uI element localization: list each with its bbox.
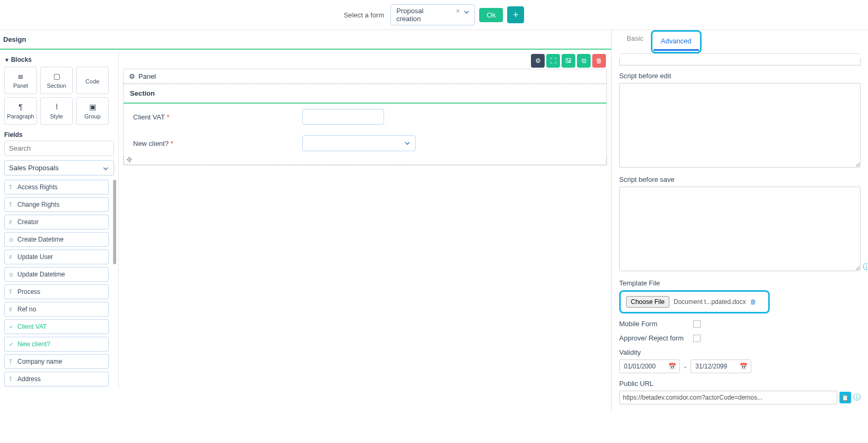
field-item-label: Update Datetime [17, 271, 65, 278]
template-file-box: Choose File Document t...pdated.docx 🗑 [619, 290, 770, 313]
date-to-input[interactable]: 31/12/2099 📅 [690, 359, 751, 373]
delete-button[interactable]: 🗑 [592, 54, 606, 68]
field-item[interactable]: ⊙Update Datetime [4, 267, 109, 282]
field-type-icon: T [9, 359, 14, 365]
search-input[interactable] [4, 141, 114, 156]
copy-url-button[interactable]: 📋 [839, 392, 851, 403]
copy-button[interactable]: ⧉ [577, 54, 591, 68]
mobile-form-label: Mobile Form [619, 320, 688, 328]
canvas-actions: ⚙ ⛶ 🖫 ⧉ 🗑 [531, 54, 606, 68]
field-type-icon: ⊙ [9, 272, 14, 278]
textarea-remnant[interactable] [619, 58, 861, 66]
drop-zone[interactable]: ✥ [124, 156, 606, 165]
delete-file-icon[interactable]: 🗑 [750, 298, 757, 306]
date-from-value: 01/01/2000 [624, 363, 656, 370]
field-item[interactable]: TChange Rights [4, 197, 109, 212]
block-tile-style[interactable]: ⌇Style [40, 97, 73, 125]
calendar-icon[interactable]: 📅 [740, 363, 748, 370]
block-tile-label: Group [85, 113, 101, 119]
field-item[interactable]: ✓Client VAT [4, 319, 109, 334]
field-item[interactable]: TAccess Rights [4, 180, 109, 195]
right-panel: Basic Advanced Script before edit Script… [612, 30, 868, 412]
script-before-edit-label: Script before edit [619, 72, 861, 80]
chevron-down-icon [103, 165, 108, 173]
field-item-label: Creator [17, 218, 39, 226]
design-body: Blocks ≣Panel▢SectionCode¶Paragraph⌇Styl… [0, 50, 611, 390]
date-separator: - [684, 363, 686, 371]
calendar-icon[interactable]: 📅 [668, 363, 676, 370]
tab-advanced[interactable]: Advanced [654, 33, 699, 51]
date-from-input[interactable]: 01/01/2000 📅 [619, 359, 680, 373]
block-grid: ≣Panel▢SectionCode¶Paragraph⌇Style▣Group [4, 67, 114, 125]
field-type-icon: # [9, 219, 14, 225]
script-before-save-input[interactable] [619, 187, 861, 271]
field-label: New client? * [133, 140, 292, 147]
form-field-row[interactable]: New client? * [124, 130, 606, 156]
panel-block[interactable]: ⚙ Panel Section Client VAT *New client? … [123, 69, 607, 165]
save-button[interactable]: 🖫 [562, 54, 575, 68]
dropdown-input[interactable] [302, 135, 416, 151]
approve-reject-checkbox[interactable] [693, 335, 701, 342]
validity-dates: 01/01/2000 📅 - 31/12/2099 📅 [619, 359, 861, 373]
field-item[interactable]: ⊙Create Datetime [4, 232, 109, 247]
add-form-button[interactable]: + [507, 6, 524, 23]
main: Design Blocks ≣Panel▢SectionCode¶Paragra… [0, 30, 868, 412]
mobile-form-row: Mobile Form [619, 320, 861, 328]
field-item[interactable]: TProcess [4, 284, 109, 299]
design-title: Design [0, 30, 611, 50]
section-header[interactable]: Section [124, 84, 606, 104]
script-before-edit-input[interactable] [619, 83, 861, 168]
blocks-title[interactable]: Blocks [4, 53, 114, 67]
field-item-label: Process [17, 288, 40, 296]
field-item[interactable]: #Creator [4, 215, 109, 229]
ok-button[interactable]: Ok [479, 8, 503, 22]
field-type-icon: T [9, 184, 14, 190]
move-icon[interactable]: ✥ [126, 155, 133, 164]
settings-button[interactable]: ⚙ [531, 54, 545, 68]
script-before-save-label: Script before save [619, 176, 861, 183]
block-tile-section[interactable]: ▢Section [40, 67, 73, 94]
clear-icon[interactable]: × [456, 7, 460, 15]
info-icon[interactable]: ⓘ [853, 393, 861, 402]
field-type-icon: ✓ [9, 324, 14, 330]
select-form-label: Select a form [344, 11, 385, 19]
panel-label: Panel [138, 72, 156, 80]
tab-basic[interactable]: Basic [619, 30, 651, 53]
info-icon[interactable]: ⓘ [863, 262, 868, 272]
gears-icon: ⚙ [129, 72, 135, 80]
form-field-row[interactable]: Client VAT * [124, 104, 606, 130]
field-group-select[interactable]: Sales Proposals [4, 160, 114, 176]
block-tile-code[interactable]: Code [76, 67, 109, 94]
field-item-label: Company name [17, 358, 62, 365]
field-item-label: Access Rights [17, 183, 58, 191]
block-tile-group[interactable]: ▣Group [76, 97, 109, 125]
validity-label: Validity [619, 348, 861, 356]
highlight-advanced-tab: Advanced [651, 30, 702, 53]
fullscreen-button[interactable]: ⛶ [546, 54, 560, 68]
field-item[interactable]: #Ref no [4, 302, 109, 317]
form-select[interactable]: Proposal creation × [390, 4, 475, 25]
block-tile-panel[interactable]: ≣Panel [4, 67, 37, 94]
field-item[interactable]: #Update User [4, 250, 109, 264]
field-item[interactable]: TCompany name [4, 354, 109, 369]
mobile-form-checkbox[interactable] [693, 320, 701, 328]
public-url-input[interactable]: https://betadev.comidor.com?actorCode=de… [619, 391, 837, 404]
tabs: Basic Advanced [619, 30, 861, 54]
design-column: Design Blocks ≣Panel▢SectionCode¶Paragra… [0, 30, 612, 412]
scrollbar[interactable] [113, 180, 116, 264]
fields-list: TAccess RightsTChange Rights#Creator⊙Cre… [4, 180, 114, 386]
list-icon: ≣ [17, 72, 24, 80]
template-file-label: Template File [619, 279, 861, 287]
required-icon: * [167, 113, 170, 121]
text-input[interactable] [302, 109, 384, 125]
block-tile-paragraph[interactable]: ¶Paragraph [4, 97, 37, 125]
field-item[interactable]: TAddress [4, 372, 109, 386]
block-tile-label: Style [50, 113, 63, 119]
field-item[interactable]: ✓New client? [4, 337, 109, 352]
field-label: Client VAT * [133, 113, 292, 121]
choose-file-button[interactable]: Choose File [626, 296, 669, 308]
chevron-down-icon[interactable] [464, 8, 469, 16]
date-to-value: 31/12/2099 [695, 363, 727, 370]
field-type-icon: T [9, 376, 14, 382]
square-icon: ▢ [53, 72, 60, 80]
